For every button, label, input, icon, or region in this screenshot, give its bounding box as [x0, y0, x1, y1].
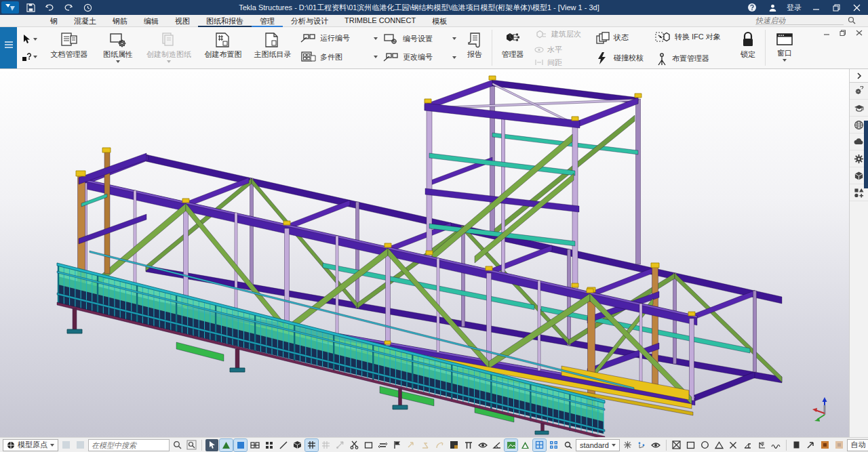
run-numbering-button[interactable]: 运行编号 — [300, 33, 378, 43]
flag-icon[interactable] — [391, 439, 403, 451]
minimize-button[interactable] — [807, 1, 825, 14]
quick-launch-input[interactable] — [755, 16, 844, 25]
grid-snap-icon[interactable] — [305, 439, 318, 451]
arrow-ne-icon[interactable] — [804, 439, 817, 451]
copy-tool-icon[interactable] — [405, 439, 418, 451]
select-tool[interactable] — [22, 34, 37, 44]
close-button[interactable] — [848, 1, 865, 14]
snowflake-icon[interactable] — [621, 439, 634, 451]
angle-snap-icon[interactable] — [490, 439, 503, 451]
inquire-tool[interactable] — [22, 53, 37, 62]
snap-component-icon[interactable] — [248, 439, 261, 451]
history-icon[interactable] — [80, 2, 95, 13]
select-parts-filter-icon[interactable] — [684, 439, 697, 451]
model-origin-dropdown[interactable]: 模型原点 — [3, 439, 58, 451]
view-restore-button[interactable] — [840, 29, 846, 37]
tab-template[interactable]: 模板 — [424, 15, 455, 27]
model-search-icon[interactable] — [171, 439, 184, 451]
visibility-icon[interactable] — [476, 439, 489, 451]
snap-line-icon[interactable] — [277, 439, 290, 451]
education-cap-icon[interactable] — [850, 100, 868, 117]
save-icon[interactable] — [23, 2, 38, 13]
select-points-filter-icon[interactable] — [698, 439, 711, 451]
side-pane-expand-button[interactable] — [850, 69, 868, 83]
tab-drawings-reports[interactable]: 图纸和报告 — [198, 15, 252, 27]
support-gear-icon[interactable] — [850, 83, 868, 100]
doc-manager-button[interactable]: 文档管理器 — [41, 27, 97, 68]
window-button[interactable]: 窗口 — [767, 27, 802, 68]
pattern-b-icon[interactable] — [547, 439, 560, 451]
snap-grid-icon[interactable] — [234, 439, 247, 451]
model-3d-view[interactable] — [0, 69, 849, 437]
spacing-button[interactable]: 间距 — [534, 58, 590, 68]
pi-icon[interactable] — [462, 439, 475, 451]
snap-override-icon[interactable] — [334, 439, 347, 451]
redo-icon[interactable] — [61, 2, 76, 13]
tab-rebar[interactable]: 钢筋 — [104, 15, 136, 27]
eye-toggle-icon[interactable] — [650, 439, 663, 451]
tab-view[interactable]: 视图 — [167, 15, 198, 27]
plane-button-1[interactable] — [60, 439, 73, 451]
move-lines-icon[interactable] — [376, 439, 389, 451]
app-menu-button[interactable] — [0, 27, 17, 68]
master-drawing-catalog-button[interactable]: 主图纸目录 — [248, 27, 298, 68]
render-view-icon[interactable] — [505, 439, 517, 451]
work-area-icon[interactable] — [448, 439, 460, 451]
model-search-input[interactable] — [88, 439, 170, 451]
rotate-tool-icon[interactable] — [433, 439, 446, 451]
restore-button[interactable] — [827, 1, 845, 14]
select-all-filter-icon[interactable] — [670, 439, 683, 451]
login-link[interactable]: 登录 — [784, 3, 804, 13]
magnet-icon[interactable] — [561, 439, 574, 451]
auto-plane-dropdown[interactable]: 自动 — [847, 439, 868, 451]
grid-plane-icon[interactable] — [319, 439, 332, 451]
move-tool-icon[interactable] — [419, 439, 432, 451]
tab-concrete[interactable]: 混凝土 — [66, 15, 104, 27]
select-spiral-filter-icon[interactable] — [770, 439, 783, 451]
create-layout-drawing-button[interactable]: 创建布置图 — [199, 27, 248, 68]
multi-drawing-button[interactable]: 多件图 — [300, 52, 378, 62]
select-weld-filter-icon[interactable] — [727, 439, 740, 451]
numbering-settings-button[interactable]: 编号设置 — [383, 33, 456, 44]
horizontal-button[interactable]: 水平 — [534, 45, 590, 55]
convert-ifc-button[interactable]: 转换 IFC 对象 — [655, 30, 730, 44]
plane-button-2[interactable] — [74, 439, 87, 451]
user-icon[interactable] — [764, 1, 781, 14]
select-plane-filter-icon[interactable] — [755, 439, 768, 451]
view-minimize-button[interactable] — [823, 29, 830, 37]
reports-button[interactable]: 报告 — [459, 27, 490, 68]
standard-dropdown[interactable]: standard — [576, 439, 620, 451]
create-fab-drawing-button[interactable]: 创建制造图纸 — [139, 27, 199, 68]
hourglass-icon[interactable] — [790, 439, 803, 451]
clash-check-button[interactable]: 碰撞校核 — [595, 52, 650, 64]
tab-trimble-connect[interactable]: TRIMBLE CONNECT — [336, 15, 424, 27]
advanced-search-icon[interactable] — [185, 439, 198, 451]
tab-analysis-design[interactable]: 分析与设计 — [283, 15, 336, 27]
help-icon[interactable] — [743, 1, 761, 14]
snap-dots-icon[interactable] — [262, 439, 275, 451]
lock-button[interactable]: 锁定 — [732, 27, 764, 68]
tab-edit[interactable]: 编辑 — [136, 15, 167, 27]
cut-icon[interactable] — [348, 439, 361, 451]
search-icon[interactable] — [848, 16, 856, 26]
drag-handles-icon[interactable] — [635, 439, 648, 451]
select-surface-filter-icon[interactable] — [713, 439, 726, 451]
tab-manage[interactable]: 管理 — [252, 15, 283, 27]
status-button[interactable]: 状态 — [595, 32, 650, 44]
building-hierarchy-button[interactable]: 建筑层次 — [534, 28, 590, 41]
layout-manager-button[interactable]: 布置管理器 — [655, 52, 730, 66]
point-handle-a-icon[interactable] — [818, 439, 831, 451]
snap-points-icon[interactable] — [220, 439, 233, 451]
organizer-button[interactable]: 管理器 — [494, 27, 532, 68]
clip-plane-icon[interactable] — [362, 439, 375, 451]
snap-solid-icon[interactable] — [291, 439, 304, 451]
shadow-icon[interactable] — [519, 439, 532, 451]
tab-steel[interactable]: 钢 — [42, 15, 66, 27]
smart-select-icon[interactable] — [205, 439, 218, 451]
pattern-a-icon[interactable] — [533, 439, 546, 451]
view-close-button[interactable] — [856, 29, 863, 37]
select-bolt-filter-icon[interactable] — [741, 439, 754, 451]
change-numbering-button[interactable]: 更改编号 — [383, 52, 456, 62]
drawing-properties-button[interactable]: 图纸属性 — [97, 27, 139, 68]
undo-icon[interactable] — [42, 2, 57, 13]
